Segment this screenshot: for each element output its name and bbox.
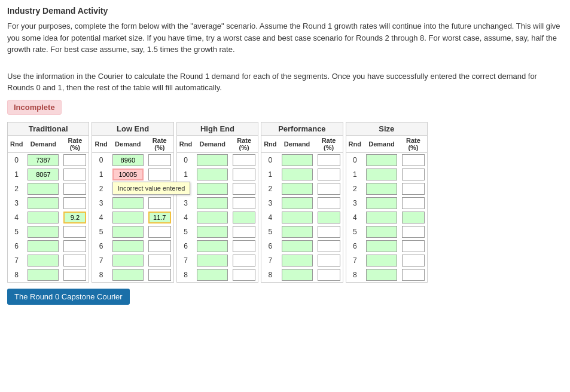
highend-demand-input-0[interactable] [197,154,228,166]
traditional-demand-input-2[interactable] [28,183,59,195]
lowend-rate-input-5[interactable] [148,226,171,238]
traditional-rate-input-3[interactable] [63,197,86,209]
performance-rate-input-7[interactable] [318,255,340,267]
size-rate-input-8[interactable] [402,269,425,281]
performance-rate-input-8[interactable] [318,269,340,281]
lowend-demand-input-7[interactable] [112,255,144,267]
lowend-demand-input-8[interactable] [112,269,144,281]
traditional-demand-input-6[interactable] [28,240,59,252]
size-demand-input-8[interactable] [366,269,397,281]
performance-rate-input-3[interactable] [318,197,340,209]
traditional-demand-input-1[interactable] [28,169,59,180]
performance-demand-input-8[interactable] [282,269,313,281]
demand-0[interactable] [25,152,61,167]
traditional-demand-input-4[interactable] [28,212,59,223]
lowend-rate-input-4[interactable] [148,212,171,223]
highend-demand-input-3[interactable] [197,197,228,209]
size-rate-input-6[interactable] [402,240,425,252]
traditional-demand-input-0[interactable] [28,154,59,166]
highend-rate-input-4[interactable] [233,212,255,223]
performance-demand-input-6[interactable] [282,240,313,252]
size-demand-input-7[interactable] [366,255,397,267]
courier-link-button[interactable]: The Round 0 Capstone Courier [7,289,130,305]
performance-demand-input-7[interactable] [282,255,313,267]
highend-demand-input-5[interactable] [197,226,228,238]
highend-rate-input-7[interactable] [233,255,255,267]
rate-0[interactable] [61,152,89,167]
lowend-demand-input-5[interactable] [112,226,144,238]
lowend-demand-input-4[interactable] [112,212,144,223]
traditional-rate-input-7[interactable] [63,255,86,267]
performance-rate-input-6[interactable] [318,240,340,252]
performance-demand-input-0[interactable] [282,154,313,166]
lowend-demand-header: Demand [110,136,146,153]
traditional-demand-input-3[interactable] [28,197,59,209]
size-demand-input-1[interactable] [366,169,397,180]
performance-demand-input-2[interactable] [282,183,313,195]
traditional-rate-input-6[interactable] [63,240,86,252]
performance-demand-input-3[interactable] [282,197,313,209]
size-demand-input-6[interactable] [366,240,397,252]
lowend-demand-input-3[interactable] [112,197,144,209]
size-rate-input-0[interactable] [402,154,425,166]
table-row: 1 [8,167,89,182]
highend-demand-input-8[interactable] [197,269,228,281]
highend-rate-input-5[interactable] [233,226,255,238]
traditional-demand-input-8[interactable] [28,269,59,281]
traditional-demand-input-5[interactable] [28,226,59,238]
size-demand-input-0[interactable] [366,154,397,166]
traditional-rate-input-4[interactable] [63,212,86,223]
size-rate-input-7[interactable] [402,255,425,267]
table-row: 7 [92,253,173,268]
highend-rate-input-6[interactable] [233,240,255,252]
lowend-rate-input-6[interactable] [148,240,171,252]
highend-demand-input-1[interactable] [197,169,228,180]
size-rate-input-2[interactable] [402,183,425,195]
size-demand-input-5[interactable] [366,226,397,238]
lowend-demand-input-6[interactable] [112,240,144,252]
performance-rate-input-5[interactable] [318,226,340,238]
highend-rate-input-8[interactable] [233,269,255,281]
highend-rate-input-0[interactable] [233,154,255,166]
highend-demand-input-7[interactable] [197,255,228,267]
size-rate-input-1[interactable] [402,169,425,180]
table-row: 4 [261,210,342,225]
highend-demand-input-2[interactable] [197,183,228,195]
performance-rate-input-0[interactable] [318,154,340,166]
traditional-rate-input-8[interactable] [63,269,86,281]
traditional-demand-input-7[interactable] [28,255,59,267]
size-rate-input-5[interactable] [402,226,425,238]
size-demand-input-4[interactable] [366,212,397,223]
lowend-rate-input-0[interactable] [148,154,171,166]
size-demand-input-2[interactable] [366,183,397,195]
traditional-rate-input-1[interactable] [63,169,86,180]
performance-rate-input-1[interactable] [318,169,340,180]
lowend-demand-input-1[interactable] [112,169,144,180]
traditional-rate-input-0[interactable] [63,154,86,166]
highend-demand-input-4[interactable] [197,212,228,223]
rate-1[interactable] [61,167,89,182]
performance-demand-input-1[interactable] [282,169,313,180]
highend-demand-input-6[interactable] [197,240,228,252]
highend-rate-input-1[interactable] [233,169,255,180]
lowend-demand-input-0[interactable] [112,154,144,166]
size-demand-input-3[interactable] [366,197,397,209]
highend-rate-input-2[interactable] [233,183,255,195]
traditional-rate-input-5[interactable] [63,226,86,238]
performance-rate-input-4[interactable] [318,212,340,223]
traditional-rate-input-2[interactable] [63,183,86,195]
traditional-segment: Traditional Rnd Demand Rate(%) 0 1 [7,122,89,283]
demand-1[interactable] [25,167,61,182]
size-rate-input-4[interactable] [402,212,425,223]
lowend-rate-input-1[interactable] [148,169,171,180]
lowend-rate-input-7[interactable] [148,255,171,267]
performance-rate-input-2[interactable] [318,183,340,195]
lowend-rate-input-8[interactable] [148,269,171,281]
performance-demand-input-4[interactable] [282,212,313,223]
table-row: 0 [92,152,173,167]
performance-demand-input-5[interactable] [282,226,313,238]
highend-rate-input-3[interactable] [233,197,255,209]
size-rate-input-3[interactable] [402,197,425,209]
lowend-rate-input-3[interactable] [148,197,171,209]
table-row: 7 [261,253,342,268]
